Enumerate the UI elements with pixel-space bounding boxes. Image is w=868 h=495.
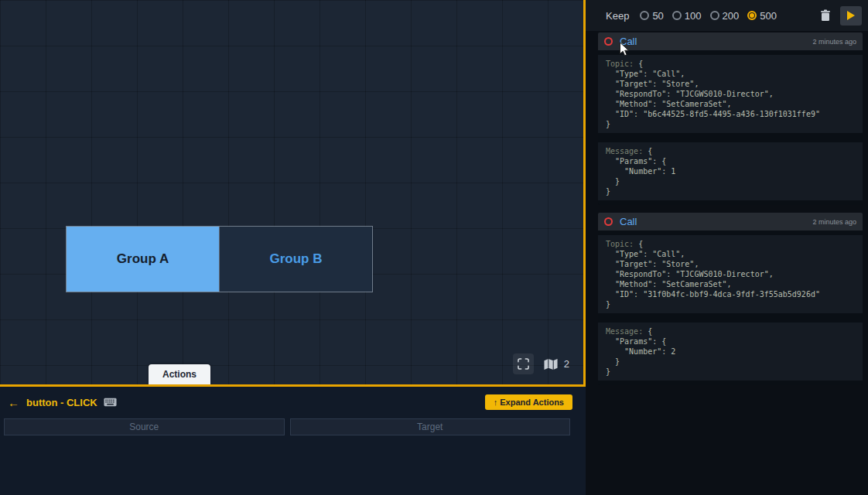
message-json: Message: { "Params": { "Number": 1 } } bbox=[606, 146, 855, 196]
keep-option-50[interactable]: 50 bbox=[640, 10, 663, 22]
message-card-header[interactable]: Call 2 minutes ago bbox=[598, 32, 863, 50]
message-card: Call 2 minutes ago Topic: { "Type": "Cal… bbox=[598, 213, 863, 385]
radio-icon bbox=[710, 11, 719, 20]
focus-view-button[interactable] bbox=[513, 353, 534, 374]
message-card-body: Topic: { "Type": "Call", "Target": "Stor… bbox=[598, 50, 863, 205]
play-button[interactable] bbox=[840, 6, 862, 26]
viewfinder-icon bbox=[518, 358, 529, 370]
keep-option-500[interactable]: 500 bbox=[747, 10, 777, 22]
actions-tab[interactable]: Actions bbox=[149, 364, 210, 384]
message-card: Call 2 minutes ago Topic: { "Type": "Cal… bbox=[598, 32, 863, 205]
keep-toolbar: Keep 50 100 200 500 bbox=[586, 0, 868, 31]
canvas-tools: 2 bbox=[513, 353, 569, 374]
message-card-body: Topic: { "Type": "Call", "Target": "Stor… bbox=[598, 230, 863, 385]
keep-option-label: 200 bbox=[723, 10, 740, 22]
map-count: 2 bbox=[564, 358, 569, 370]
messages-panel: Keep 50 100 200 500 bbox=[586, 0, 868, 495]
stage-canvas[interactable]: Group A Group B Actions 2 bbox=[0, 0, 586, 387]
keep-option-label: 500 bbox=[760, 10, 777, 22]
keep-option-label: 100 bbox=[685, 10, 702, 22]
message-title[interactable]: Call bbox=[620, 216, 637, 227]
message-card-header[interactable]: Call 2 minutes ago bbox=[598, 213, 863, 230]
group-b-button[interactable]: Group B bbox=[219, 227, 372, 292]
radio-icon-selected bbox=[747, 11, 757, 20]
keyboard-icon bbox=[104, 398, 117, 407]
map-icon bbox=[543, 358, 559, 370]
call-status-icon bbox=[604, 217, 613, 226]
back-arrow-icon[interactable]: ← bbox=[8, 396, 19, 409]
group-button-pair: Group A Group B bbox=[67, 227, 372, 292]
message-json: Message: { "Params": { "Number": 2 } } bbox=[606, 326, 855, 377]
app-root: Group A Group B Actions 2 ← button - CLI… bbox=[0, 0, 868, 495]
actions-panel-header: ← button - CLICK ↑ Expand Actions bbox=[8, 394, 572, 411]
message-block: Message: { "Params": { "Number": 1 } } bbox=[598, 142, 863, 200]
message-title[interactable]: Call bbox=[620, 36, 637, 47]
source-input[interactable] bbox=[4, 418, 285, 435]
call-status-icon bbox=[604, 37, 613, 46]
target-input[interactable] bbox=[290, 418, 571, 435]
trash-icon bbox=[820, 9, 831, 22]
message-block: Message: { "Params": { "Number": 2 } } bbox=[598, 323, 863, 381]
message-timestamp: 2 minutes ago bbox=[812, 218, 856, 226]
message-timestamp: 2 minutes ago bbox=[812, 38, 856, 46]
message-list: Call 2 minutes ago Topic: { "Type": "Cal… bbox=[598, 32, 863, 393]
keep-label: Keep bbox=[606, 10, 629, 22]
radio-icon bbox=[672, 11, 682, 20]
clear-messages-button[interactable] bbox=[820, 9, 831, 22]
action-title: button - CLICK bbox=[26, 397, 97, 408]
keep-option-200[interactable]: 200 bbox=[710, 10, 740, 22]
radio-icon bbox=[640, 11, 649, 20]
keep-option-label: 50 bbox=[652, 10, 663, 22]
topic-json: Topic: { "Type": "Call", "Target": "Stor… bbox=[606, 239, 855, 309]
actions-panel: ← button - CLICK ↑ Expand Actions bbox=[0, 387, 586, 495]
topic-block: Topic: { "Type": "Call", "Target": "Stor… bbox=[598, 55, 863, 133]
topic-block: Topic: { "Type": "Call", "Target": "Stor… bbox=[598, 235, 863, 313]
source-target-row bbox=[4, 418, 570, 435]
map-button[interactable]: 2 bbox=[543, 358, 569, 370]
keep-option-100[interactable]: 100 bbox=[672, 10, 702, 22]
play-icon bbox=[846, 10, 856, 21]
group-a-button[interactable]: Group A bbox=[67, 227, 219, 292]
topic-json: Topic: { "Type": "Call", "Target": "Stor… bbox=[606, 59, 855, 129]
expand-actions-button[interactable]: ↑ Expand Actions bbox=[485, 394, 572, 410]
